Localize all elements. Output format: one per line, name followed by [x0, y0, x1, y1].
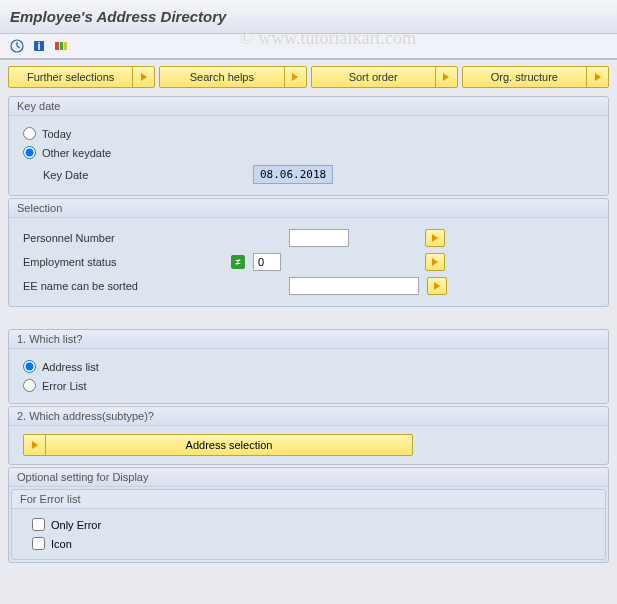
optional-display-title: Optional setting for Display	[9, 468, 608, 487]
org-structure-button[interactable]: Org. structure	[462, 66, 609, 88]
search-helps-button[interactable]: Search helps	[159, 66, 306, 88]
employment-status-label: Employment status	[23, 256, 223, 268]
employment-multiselect-button[interactable]	[425, 253, 445, 271]
today-label: Today	[42, 128, 71, 140]
arrow-right-icon	[432, 234, 438, 242]
search-helps-label: Search helps	[160, 71, 283, 83]
eename-multiselect-button[interactable]	[427, 277, 447, 295]
page-title: Employee's Address Directory	[10, 8, 607, 25]
which-address-title: 2. Which address(subtype)?	[9, 407, 608, 426]
info-icon[interactable]: i	[32, 39, 46, 53]
selection-group-title: Selection	[9, 199, 608, 218]
for-error-list-title: For Error list	[12, 490, 605, 509]
arrow-right-icon	[132, 67, 154, 87]
svg-rect-3	[55, 42, 59, 50]
svg-text:i: i	[37, 40, 40, 52]
arrow-right-icon	[434, 282, 440, 290]
address-selection-label: Address selection	[46, 439, 412, 451]
ee-name-label: EE name can be sorted	[23, 280, 223, 292]
sort-order-label: Sort order	[312, 71, 435, 83]
icon-checkbox[interactable]	[32, 537, 45, 550]
personnel-number-label: Personnel Number	[23, 232, 223, 244]
icon-label: Icon	[51, 538, 72, 550]
personnel-multiselect-button[interactable]	[425, 229, 445, 247]
today-radio[interactable]	[23, 127, 36, 140]
layout-icon[interactable]	[54, 39, 68, 53]
action-button-row: Further selections Search helps Sort ord…	[0, 60, 617, 94]
which-list-group: 1. Which list? Address list Error List	[8, 329, 609, 404]
other-keydate-label: Other keydate	[42, 147, 111, 159]
for-error-list-subgroup: For Error list Only Error Icon	[11, 489, 606, 560]
employment-status-input[interactable]	[253, 253, 281, 271]
org-structure-label: Org. structure	[463, 71, 586, 83]
toolbar: i	[0, 34, 617, 60]
error-list-label: Error List	[42, 380, 87, 392]
execute-icon[interactable]	[10, 39, 24, 53]
further-selections-button[interactable]: Further selections	[8, 66, 155, 88]
which-list-title: 1. Which list?	[9, 330, 608, 349]
address-list-radio[interactable]	[23, 360, 36, 373]
error-list-radio[interactable]	[23, 379, 36, 392]
only-error-label: Only Error	[51, 519, 101, 531]
arrow-right-icon	[432, 258, 438, 266]
svg-rect-5	[64, 42, 67, 50]
svg-rect-4	[60, 42, 63, 50]
selection-group: Selection Personnel Number Employment st…	[8, 198, 609, 307]
sort-order-button[interactable]: Sort order	[311, 66, 458, 88]
address-list-label: Address list	[42, 361, 99, 373]
arrow-right-icon	[435, 67, 457, 87]
which-address-group: 2. Which address(subtype)? Address selec…	[8, 406, 609, 465]
optional-display-group: Optional setting for Display For Error l…	[8, 467, 609, 563]
further-selections-label: Further selections	[9, 71, 132, 83]
personnel-number-input[interactable]	[289, 229, 349, 247]
keydate-value[interactable]: 08.06.2018	[253, 165, 333, 184]
arrow-right-icon	[284, 67, 306, 87]
only-error-checkbox[interactable]	[32, 518, 45, 531]
title-bar: Employee's Address Directory	[0, 0, 617, 34]
not-equal-icon[interactable]: ≠	[231, 255, 245, 269]
ee-name-input[interactable]	[289, 277, 419, 295]
address-selection-button[interactable]: Address selection	[23, 434, 413, 456]
keydate-group: Key date Today Other keydate Key Date 08…	[8, 96, 609, 196]
arrow-right-icon	[586, 67, 608, 87]
other-keydate-radio[interactable]	[23, 146, 36, 159]
keydate-field-label: Key Date	[43, 169, 183, 181]
arrow-right-icon	[24, 435, 46, 455]
keydate-group-title: Key date	[9, 97, 608, 116]
